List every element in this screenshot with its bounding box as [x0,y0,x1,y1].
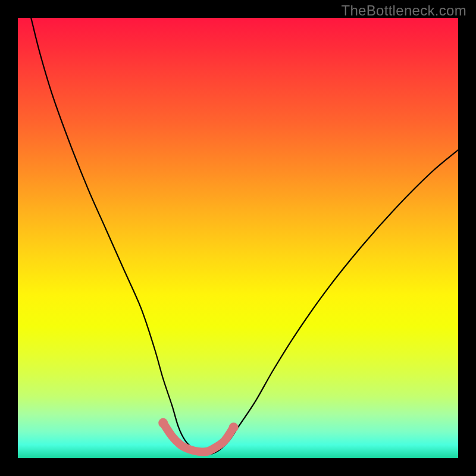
highlight-dot [229,422,239,432]
watermark-label: TheBottleneck.com [341,2,466,19]
bottleneck-curve [31,18,458,455]
chart-stage: TheBottleneck.com [0,0,476,476]
plot-area [18,18,458,458]
highlight-dot [158,418,168,428]
curve-layer [18,18,458,458]
